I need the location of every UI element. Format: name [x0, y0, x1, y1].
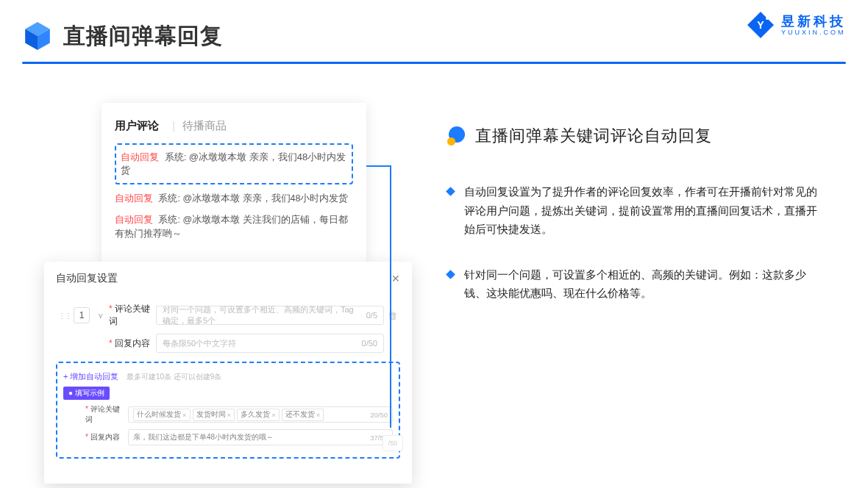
comment-row: 自动回复 系统: @冰墩墩本墩 关注我们的店铺，每日都有热门推荐哟～: [115, 213, 353, 241]
close-icon[interactable]: ✕: [391, 273, 400, 284]
chevron-icon: ⋎: [94, 312, 106, 320]
keyword-input[interactable]: 对同一个问题，可设置多个相近、高频的关键词，Tag确定，最多5个 0/5: [156, 306, 384, 325]
brand-logo: Y 昱新科技 YUUXIN.COM: [746, 10, 846, 40]
bullet-icon: [447, 126, 466, 146]
delete-icon[interactable]: 🗑: [384, 310, 400, 321]
example-content-label: *回复内容: [85, 432, 124, 442]
add-hint: 最多可建10条 还可以创建9条: [127, 373, 221, 381]
drag-handle-icon[interactable]: ⋮⋮: [58, 312, 71, 320]
page-title: 直播间弹幕回复: [63, 21, 223, 51]
brand-icon: Y: [746, 10, 775, 40]
example-content-input[interactable]: 亲，我们这边都是下单48小时内发货的哦～ 37/50: [128, 429, 393, 445]
keyword-chip[interactable]: 什么时候发货×: [133, 409, 191, 421]
connector-line: [390, 165, 391, 428]
connector-line: [366, 165, 391, 167]
diamond-icon: [446, 187, 455, 196]
header-rule: [22, 62, 846, 64]
tab-separator: |: [172, 119, 175, 132]
cube-icon: [22, 21, 53, 51]
bullet-item: 针对同一个问题，可设置多个相近的、高频的关键词。例如：这款多少钱、这块能优惠吗、…: [447, 265, 844, 303]
svg-text:Y: Y: [757, 19, 764, 31]
auto-reply-settings-panel: 自动回复设置 ✕ ⋮⋮ 1 ⋎ *评论关键词 对同一个问题，可设置多个相近、高频…: [44, 262, 412, 484]
keyword-chip[interactable]: 发货时间×: [193, 409, 235, 421]
example-badge: ● 填写示例: [63, 387, 110, 400]
content-input[interactable]: 每条限50个中文字符 0/50: [156, 334, 384, 353]
auto-reply-tag: 自动回复: [115, 215, 153, 225]
section-title: 直播间弹幕关键词评论自动回复: [475, 125, 712, 147]
add-auto-reply-link[interactable]: + 增加自动回复: [63, 372, 118, 381]
content-label: *回复内容: [109, 337, 156, 350]
diamond-icon: [446, 270, 455, 279]
example-keyword-label: *评论关键词: [85, 404, 124, 425]
svg-point-5: [766, 17, 769, 20]
tab-user-comments[interactable]: 用户评论: [115, 119, 159, 132]
comments-panel: 用户评论 | 待播商品 自动回复 系统: @冰墩墩本墩 亲亲，我们48小时内发货…: [102, 103, 366, 262]
settings-title: 自动回复设置: [56, 272, 118, 285]
comment-text: 系统: @冰墩墩本墩 亲亲，我们48小时内发货: [158, 193, 348, 204]
keyword-chip[interactable]: 多久发货×: [237, 409, 280, 421]
auto-reply-tag: 自动回复: [121, 151, 159, 162]
tab-pending-goods[interactable]: 待播商品: [182, 119, 227, 132]
ghost-count: /50: [383, 435, 403, 451]
example-area: + 增加自动回复 最多可建10条 还可以创建9条 ● 填写示例 *评论关键词 什…: [56, 362, 400, 459]
brand-url: YUUXIN.COM: [781, 29, 846, 36]
example-keyword-input[interactable]: 什么时候发货× 发货时间× 多久发货× 还不发货× 20/50: [128, 406, 393, 423]
rule-number: 1: [74, 307, 90, 323]
comment-row: 自动回复 系统: @冰墩墩本墩 亲亲，我们48小时内发货: [115, 192, 353, 206]
keyword-label: *评论关键词: [109, 303, 156, 328]
brand-name: 昱新科技: [781, 15, 846, 28]
bullet-item: 自动回复设置为了提升作者的评论回复效率，作者可在开播前针对常见的评论用户问题，提…: [447, 182, 844, 239]
auto-reply-tag: 自动回复: [115, 193, 153, 204]
keyword-chip[interactable]: 还不发货×: [282, 409, 324, 421]
comment-row-highlighted: 自动回复 系统: @冰墩墩本墩 亲亲，我们48小时内发货: [115, 143, 353, 184]
